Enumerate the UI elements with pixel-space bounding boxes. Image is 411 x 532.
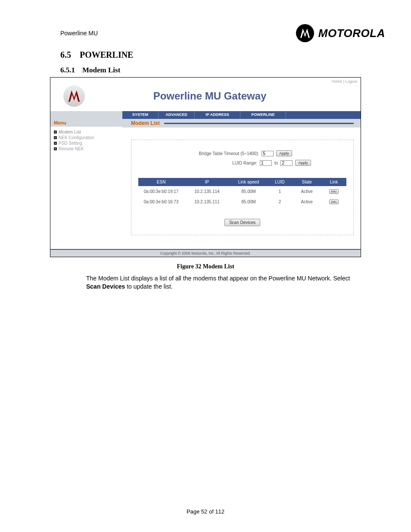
col-link: Link — [321, 178, 346, 186]
sidebar-item-label: Remote NEK — [59, 146, 84, 151]
figure-caption: Figure 32 Modem List — [26, 263, 385, 270]
info-button[interactable]: info — [329, 199, 339, 204]
col-ip: IP — [184, 178, 230, 186]
luid-range-label: LUID Range: — [162, 161, 257, 165]
body-paragraph: The Modem List displays a list of all th… — [26, 274, 385, 291]
body-text-post: to update the list. — [125, 283, 173, 290]
col-luid: LUID — [267, 178, 292, 186]
cell-link-speed: 85.00M — [230, 186, 268, 196]
section-heading: 6.5 POWERLINE — [26, 50, 385, 60]
page-number: Page 52 of 112 — [0, 508, 411, 515]
cell-luid: 1 — [267, 186, 292, 196]
bridge-timeout-input[interactable] — [262, 151, 274, 156]
cell-link-speed: 85.00M — [230, 196, 268, 207]
screenshot-panel: Home | Logout Powerline MU Gateway SYSTE… — [50, 77, 361, 257]
cell-ip: 10.2.135.114 — [184, 186, 230, 196]
sidebar-item-label: NEK Configuration — [59, 135, 94, 140]
tab-ip-address[interactable]: IP ADDRESS — [195, 111, 240, 119]
sidebar-item-remote-nek[interactable]: Remote NEK — [52, 146, 121, 152]
cell-esn: 0a:00:3e:b0:19:17 — [138, 186, 184, 196]
menu-bullet-icon — [54, 142, 57, 145]
copyright-footer: Copyright © 2006 Motorola, Inc. All Righ… — [50, 249, 361, 257]
sidebar-item-label: PSD Setting — [59, 141, 82, 146]
col-link-speed: Link speed — [230, 178, 268, 186]
luid-apply-button[interactable]: Apply — [295, 160, 311, 166]
section-number: 6.5 — [60, 50, 71, 59]
sidebar-item-label: Modem List — [59, 130, 81, 134]
app-title: Powerline MU Gateway — [85, 90, 352, 102]
brand-logo: MOTOROLA — [296, 24, 385, 42]
subsection-heading: 6.5.1 Modem List — [26, 66, 385, 75]
tab-bar-spacer — [286, 111, 361, 119]
tab-system[interactable]: SYSTEM — [122, 111, 159, 119]
product-header: Powerline MU — [60, 30, 98, 37]
luid-to-word: to — [274, 161, 278, 165]
cell-luid: 2 — [267, 196, 292, 207]
logout-link[interactable]: Logout — [345, 79, 357, 84]
body-text-bold: Scan Devices — [86, 283, 125, 290]
menu-bullet-icon — [54, 147, 57, 150]
tab-advanced[interactable]: ADVANCED — [159, 111, 195, 119]
bridge-timeout-label: Bridge Table Timeout (5~1400): — [164, 151, 259, 156]
subsection-number: 6.5.1 — [60, 66, 75, 74]
motorola-icon — [296, 24, 314, 42]
sidebar-item-psd-setting[interactable]: PSD Setting — [52, 140, 121, 146]
section-title: POWERLINE — [80, 50, 133, 59]
sidebar-item-nek-configuration[interactable]: NEK Configuration — [52, 135, 121, 140]
table-row: 0a:00:3e:b0:16:73 10.2.135.111 85.00M 2 … — [138, 196, 346, 207]
sidebar-item-modem-list[interactable]: Modem List — [52, 129, 121, 135]
app-logo-icon — [63, 85, 85, 107]
side-menu-heading: Menu — [50, 119, 122, 127]
col-esn: ESN — [138, 178, 184, 186]
subsection-title: Modem List — [82, 66, 120, 74]
menu-bullet-icon — [54, 136, 57, 139]
menu-bullet-icon — [54, 131, 57, 134]
body-text-pre: The Modem List displays a list of all th… — [86, 275, 350, 282]
col-state: State — [292, 178, 321, 186]
home-link[interactable]: Home — [332, 79, 342, 84]
cell-ip: 10.2.135.111 — [184, 196, 230, 207]
info-button[interactable]: info — [329, 189, 339, 194]
title-underline — [164, 123, 354, 124]
table-header-row: ESN IP Link speed LUID State Link — [138, 178, 346, 186]
modem-table: ESN IP Link speed LUID State Link 0a:00:… — [138, 178, 346, 207]
cell-state: Active — [292, 186, 321, 196]
top-links: Home | Logout — [50, 78, 361, 85]
bridge-apply-button[interactable]: Apply — [276, 150, 292, 156]
content-panel: Bridge Table Timeout (5~1400): Apply LUI… — [131, 140, 354, 235]
brand-wordmark: MOTOROLA — [318, 27, 385, 40]
cell-state: Active — [292, 196, 321, 207]
cell-esn: 0a:00:3e:b0:16:73 — [138, 196, 184, 207]
luid-from-input[interactable] — [260, 160, 272, 166]
luid-to-input[interactable] — [280, 160, 293, 166]
scan-devices-button[interactable]: Scan Devices — [224, 219, 260, 226]
table-row: 0a:00:3e:b0:19:17 10.2.135.114 85.00M 1 … — [138, 186, 346, 196]
main-panel-title: Modem List — [122, 120, 160, 126]
tab-powerline[interactable]: POWERLINE — [240, 111, 286, 119]
